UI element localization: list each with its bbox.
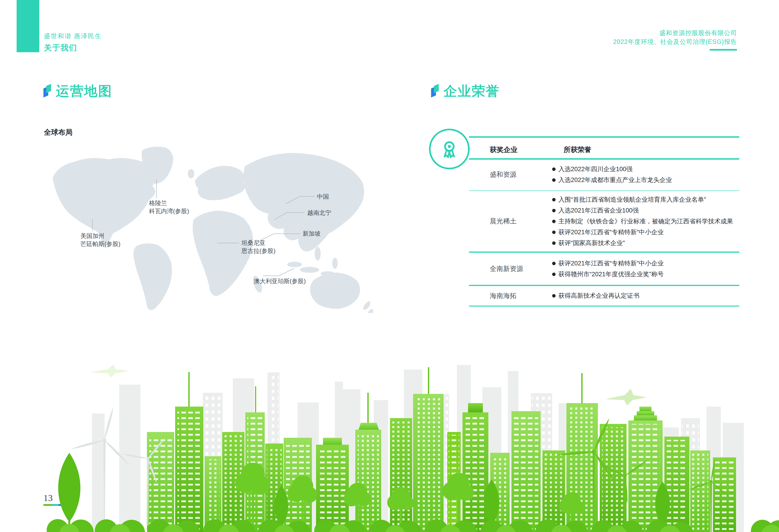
honor-row: 海南海拓获得高新技术企业再认定证书 [471,286,741,306]
map-label-vietnam: 越南北宁 [307,209,331,217]
honor-item: 入围“首批江西省制造业领航企业培育库入库企业名单” [552,194,741,205]
bullet-icon [552,294,556,298]
bullet-icon [552,231,556,234]
honor-item: 获评2021年江西省“专精特新”中小企业 [552,227,741,238]
bullet-icon [552,241,556,245]
honor-list: 入选2022年四川企业100强入选2022年成都市重点产业上市龙头企业 [552,164,741,185]
section-title-text: 企业荣誉 [443,82,500,100]
map-label-tanzania: 坦桑尼亚恩古拉(参股) [241,239,276,255]
column-header-company: 获奖企业 [490,145,518,155]
company-name: 盛和资源控股股份有限公司 [613,28,737,38]
table-bottom-rule [469,306,739,306]
header-left: 盛世和谐 惠泽民生 关于我们 [44,32,102,53]
report-spread: 盛世和谐 惠泽民生 关于我们 盛和资源控股股份有限公司 2022年度环境、社会及… [0,0,779,532]
header-accent-bar [17,0,39,52]
company-name-cell: 全南新资源 [471,264,552,274]
header-underline [710,49,737,51]
plane-icon [605,389,647,406]
bullet-icon [552,209,556,212]
honor-item: 主持制定《钬铁合金》行业标准，被确定为江西省科学技术成果 [552,216,741,227]
section-marker-icon [43,84,53,99]
header-right: 盛和资源控股股份有限公司 2022年度环境、社会及公司治理(ESG)报告 [613,28,737,51]
medal-icon [437,136,462,162]
honor-item: 获得赣州市“2021年度优强企业奖”称号 [552,269,741,280]
honor-item: 入选2021年江西省企业100强 [552,205,741,216]
map-subtitle: 全球布局 [44,127,72,137]
section-operations-map: 运营地图 [43,82,112,100]
honor-list: 入围“首批江西省制造业领航企业培育库入库企业名单”入选2021年江西省企业100… [552,194,741,248]
report-name: 2022年度环境、社会及公司治理(ESG)报告 [613,38,737,46]
eco-city-illustration [0,360,779,532]
table-top-rule [469,136,739,138]
honor-list: 获评2021年江西省“专精特新”中小企业获得赣州市“2021年度优强企业奖”称号 [552,258,741,280]
slogan-text: 盛世和谐 惠泽民生 [44,32,102,40]
bullet-icon [552,198,556,201]
world-map-graphic [44,143,379,313]
company-name-cell: 晨光稀土 [471,217,552,226]
bullet-icon [552,178,556,182]
map-label-greenland: 格陵兰科瓦内湾(参股) [149,199,189,215]
section-marker-icon [431,84,440,99]
map-label-usa: 美国加州芒廷帕斯(参股) [80,232,120,248]
company-name-cell: 盛和资源 [471,170,552,179]
bullet-icon [552,273,556,276]
honor-item: 获评“国家高新技术企业” [552,238,741,248]
honor-item: 入选2022年成都市重点产业上市龙头企业 [552,175,741,185]
plane-icon [90,364,130,377]
bullet-icon [552,168,556,171]
honor-item: 获得高新技术企业再认定证书 [552,290,741,301]
company-name-cell: 海南海拓 [471,291,552,301]
honor-row: 全南新资源获评2021年江西省“专精特新”中小企业获得赣州市“2021年度优强企… [471,253,741,285]
map-label-australia: 澳大利亚珀斯(参股) [254,277,306,285]
bullet-icon [552,262,556,265]
honor-item: 入选2022年四川企业100强 [552,164,741,175]
section-title-text: 运营地图 [56,82,112,100]
column-header-honor: 所获荣誉 [564,145,591,155]
honor-list: 获得高新技术企业再认定证书 [552,290,741,301]
medal-badge [429,129,470,169]
section-corporate-honors: 企业荣誉 [431,82,500,100]
map-label-singapore: 新加坡 [303,230,321,238]
chapter-title: 关于我们 [44,43,102,53]
honor-row: 盛和资源入选2022年四川企业100强入选2022年成都市重点产业上市龙头企业 [471,159,741,190]
map-label-china: 中国 [317,193,329,201]
world-map: 格陵兰科瓦内湾(参股)美国加州芒廷帕斯(参股)中国越南北宁新加坡坦桑尼亚恩古拉(… [44,143,379,313]
bullet-icon [552,220,556,223]
honor-row: 晨光稀土入围“首批江西省制造业领航企业培育库入库企业名单”入选2021年江西省企… [471,191,741,251]
honor-item: 获评2021年江西省“专精特新”中小企业 [552,258,741,269]
